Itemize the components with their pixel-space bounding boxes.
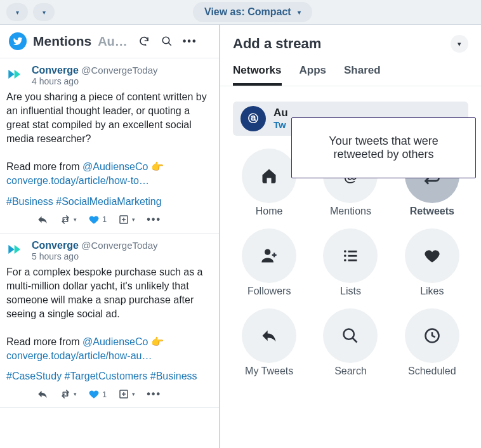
heart-icon — [423, 247, 441, 265]
save-button[interactable]: ▾ — [118, 388, 135, 400]
chevron-down-icon: ▾ — [298, 9, 301, 16]
chevron-down-icon: ▾ — [74, 216, 77, 223]
feed: Converge @ConvergeToday 4 hours ago Are … — [0, 58, 219, 448]
column-subtitle: Au… — [98, 34, 129, 49]
view-as-label: View as: Compact — [204, 6, 291, 18]
url-link[interactable]: converge.today/article/how-to… — [6, 175, 149, 186]
reply-button[interactable] — [37, 214, 48, 225]
stream-followers[interactable]: Followers — [234, 228, 304, 297]
like-button[interactable]: 1 — [88, 214, 107, 225]
hashtags[interactable]: #Business #SocialMediaMarketing — [6, 190, 213, 211]
tweet-actions: ▾ 1 ▾ ••• — [6, 211, 213, 230]
like-button[interactable]: 1 — [88, 388, 107, 400]
tooltip: Your tweets that were retweeted by other… — [291, 117, 476, 178]
reply-button[interactable] — [37, 388, 48, 400]
avatar[interactable] — [6, 65, 25, 84]
tweet-actions: ▾ 1 ▾ ••• — [6, 386, 213, 405]
twitter-icon — [9, 32, 27, 50]
reply-icon — [260, 327, 278, 345]
column-title: Mentions — [33, 34, 91, 49]
clock-icon — [423, 327, 441, 345]
follower-icon — [260, 247, 278, 265]
tabs: Networks Apps Shared — [220, 64, 481, 86]
tweet-body: Are you sharing a piece of content writt… — [6, 86, 213, 190]
tab-apps[interactable]: Apps — [300, 64, 327, 86]
hashtags[interactable]: #CaseStudy #TargetCustomers #Business — [6, 364, 213, 386]
like-count: 1 — [102, 390, 107, 399]
stream-grid: Home Mentions Retweets Followers Lists L… — [220, 148, 481, 377]
collapse-button[interactable]: ▾ — [451, 35, 468, 53]
chevron-down-icon: ▾ — [458, 40, 461, 48]
retweet-button[interactable]: ▾ — [60, 388, 77, 400]
stream-label: Home — [256, 206, 283, 217]
tab-networks[interactable]: Networks — [233, 64, 282, 86]
stream-likes[interactable]: Likes — [397, 228, 467, 297]
stream-label: Lists — [340, 286, 361, 297]
author-handle[interactable]: @ConvergeToday — [81, 240, 157, 251]
url-link[interactable]: converge.today/article/how-au… — [6, 350, 152, 361]
stream-label: Likes — [420, 286, 444, 297]
more-actions-button[interactable]: ••• — [147, 214, 161, 225]
stream-lists[interactable]: Lists — [315, 228, 385, 297]
tweet-body: For a complex bespoke purchase such as a… — [6, 261, 213, 365]
stream-label: My Tweets — [245, 366, 293, 377]
stream-label: Followers — [247, 286, 291, 297]
author-name[interactable]: Converge — [32, 65, 79, 76]
pointer-icon: 👉 — [151, 160, 164, 174]
view-as-button[interactable]: View as: Compact ▾ — [193, 2, 312, 22]
stream-label: Mentions — [330, 206, 371, 217]
mention-link[interactable]: @AudienseCo — [82, 161, 148, 172]
stream-my-tweets[interactable]: My Tweets — [234, 308, 304, 377]
mention-link[interactable]: @AudienseCo — [82, 336, 148, 347]
chevron-down-icon: ▾ — [132, 391, 135, 397]
network-sub: Tw — [273, 119, 286, 130]
tab-shared[interactable]: Shared — [344, 64, 381, 86]
tweet-time: 4 hours ago — [32, 76, 158, 86]
tweet-text: Read more from — [6, 161, 82, 172]
refresh-button[interactable] — [136, 33, 152, 49]
more-button[interactable]: ••• — [181, 33, 198, 49]
tweet: Converge @ConvergeToday 5 hours ago For … — [0, 234, 219, 409]
top-bar: ▾ ▾ View as: Compact ▾ — [0, 0, 481, 24]
retweet-button[interactable]: ▾ — [60, 214, 77, 225]
tweet-text: For a complex bespoke purchase such as a… — [6, 267, 203, 319]
tweet: Converge @ConvergeToday 4 hours ago Are … — [0, 58, 219, 234]
panel-title: Add a stream — [233, 36, 321, 52]
pointer-icon: 👉 — [151, 335, 164, 349]
search-icon — [341, 327, 359, 345]
search-button[interactable] — [159, 33, 175, 49]
chevron-down-icon: ▾ — [43, 9, 46, 16]
chevron-down-icon: ▾ — [16, 9, 19, 16]
network-name: Au — [273, 107, 288, 119]
stream-label: Search — [334, 366, 367, 377]
add-stream-panel: Add a stream ▾ Networks Apps Shared ⓐ Au… — [220, 25, 481, 448]
top-button-1[interactable]: ▾ — [6, 3, 28, 21]
tweet-text: Are you sharing a piece of content writt… — [6, 91, 207, 144]
more-actions-button[interactable]: ••• — [147, 388, 161, 400]
author-name[interactable]: Converge — [32, 240, 79, 251]
home-icon — [260, 167, 278, 185]
save-button[interactable]: ▾ — [118, 214, 135, 225]
like-count: 1 — [102, 214, 107, 224]
chevron-down-icon: ▾ — [132, 216, 135, 223]
avatar[interactable] — [6, 240, 25, 259]
author-handle[interactable]: @ConvergeToday — [81, 65, 157, 76]
network-avatar: ⓐ — [240, 106, 266, 131]
stream-label: Retweets — [410, 206, 454, 217]
column-header: Mentions Au… ••• — [0, 25, 219, 58]
top-button-2[interactable]: ▾ — [33, 3, 55, 21]
stream-scheduled[interactable]: Scheduled — [397, 308, 467, 377]
stream-search[interactable]: Search — [315, 308, 385, 377]
list-icon — [341, 247, 359, 265]
tweet-time: 5 hours ago — [32, 251, 158, 261]
mentions-column: Mentions Au… ••• Converge @ConvergeToday… — [0, 25, 220, 448]
tweet-text: Read more from — [6, 336, 82, 347]
chevron-down-icon: ▾ — [74, 391, 77, 397]
stream-label: Scheduled — [408, 366, 456, 377]
